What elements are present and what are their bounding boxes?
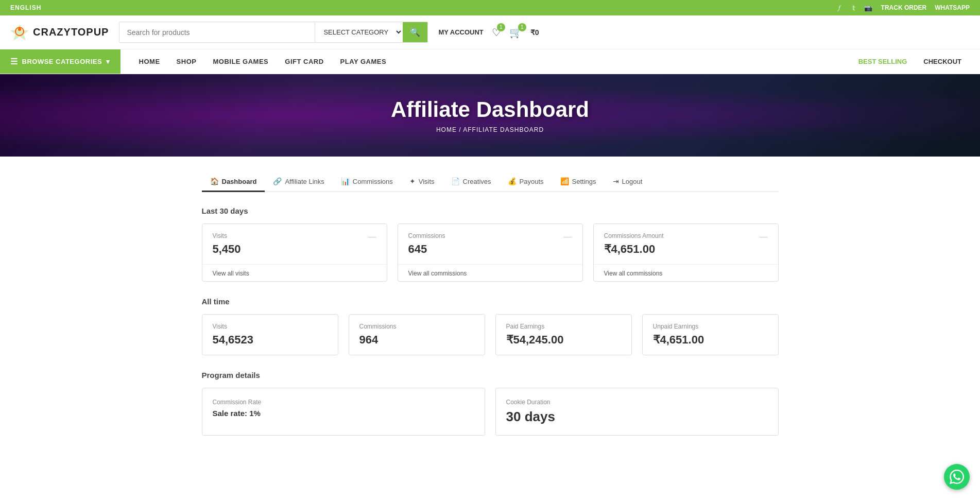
program-details-label: Program details bbox=[202, 371, 779, 380]
nav-links: HOME SHOP MOBILE GAMES GIFT CARD PLAY GA… bbox=[121, 50, 850, 73]
tab-payouts-label: Payouts bbox=[520, 178, 544, 185]
hamburger-icon: ☰ bbox=[10, 57, 18, 66]
top-bar: ENGLISH 𝑓 𝕥 📷 TRACK ORDER WHATSAPP bbox=[0, 0, 980, 15]
visits-icon: ✦ bbox=[409, 177, 416, 185]
checkout-link[interactable]: CHECKOUT bbox=[915, 50, 970, 73]
top-bar-right: 𝑓 𝕥 📷 TRACK ORDER WHATSAPP bbox=[835, 3, 970, 12]
commissions-footer: View all commissions bbox=[398, 264, 582, 281]
track-order-link[interactable]: TRACK ORDER bbox=[881, 4, 927, 11]
tab-affiliate-links[interactable]: 🔗 Affiliate Links bbox=[265, 172, 332, 192]
view-all-visits-link[interactable]: View all visits bbox=[213, 270, 249, 277]
alltime-visits-body: Visits 54,6523 bbox=[202, 315, 338, 355]
tab-commissions[interactable]: 📊 Commissions bbox=[333, 172, 401, 192]
tab-creatives[interactable]: 📄 Creatives bbox=[443, 172, 500, 192]
alltime-visits-label: Visits bbox=[213, 323, 254, 330]
breadcrumb-home[interactable]: HOME bbox=[436, 126, 457, 133]
tab-commissions-label: Commissions bbox=[353, 178, 393, 185]
breadcrumb-separator: / bbox=[459, 126, 461, 133]
hero-title: Affiliate Dashboard bbox=[391, 97, 589, 122]
alltime-paid-earnings-body: Paid Earnings ₹54,245.00 bbox=[496, 315, 631, 355]
instagram-icon[interactable]: 📷 bbox=[864, 3, 873, 12]
alltime-commissions-value: 964 bbox=[359, 333, 397, 347]
wishlist-badge: 1 bbox=[497, 23, 505, 31]
search-button[interactable]: 🔍 bbox=[403, 22, 427, 42]
commissions-amount-value: ₹4,651.00 bbox=[604, 243, 664, 256]
cart-badge: 1 bbox=[518, 23, 526, 31]
logo-text: CRAZYTOPUP bbox=[33, 26, 109, 38]
last30days-label: Last 30 days bbox=[202, 206, 779, 215]
alltime-unpaid-earnings-card: Unpaid Earnings ₹4,651.00 bbox=[642, 314, 779, 355]
tab-payouts[interactable]: 💰 Payouts bbox=[500, 172, 552, 192]
cookie-duration-value: 30 days bbox=[506, 409, 768, 425]
tab-visits-label: Visits bbox=[419, 178, 435, 185]
header-right: MY ACCOUNT ♡ 1 🛒 1 ₹0 bbox=[438, 26, 539, 39]
browse-categories-button[interactable]: ☰ BROWSE CATEGORIES ▾ bbox=[0, 49, 121, 74]
nav-bar: ☰ BROWSE CATEGORIES ▾ HOME SHOP MOBILE G… bbox=[0, 49, 980, 74]
view-all-commissions-link[interactable]: View all commissions bbox=[408, 270, 467, 277]
main-content: 🏠 Dashboard 🔗 Affiliate Links 📊 Commissi… bbox=[181, 157, 799, 451]
category-select[interactable]: SELECT CATEGORY bbox=[315, 22, 403, 42]
commissions-amount-icon: — bbox=[760, 232, 768, 242]
search-input[interactable] bbox=[119, 22, 315, 42]
commission-rate-value: Sale rate: 1% bbox=[213, 409, 474, 418]
tab-dashboard[interactable]: 🏠 Dashboard bbox=[202, 172, 265, 192]
alltime-unpaid-earnings-label: Unpaid Earnings bbox=[653, 323, 704, 330]
tab-dashboard-label: Dashboard bbox=[222, 178, 257, 185]
alltime-paid-earnings-label: Paid Earnings bbox=[506, 323, 564, 330]
visits-card-body: Visits 5,450 — bbox=[202, 224, 387, 264]
tab-settings-label: Settings bbox=[572, 178, 596, 185]
tab-logout-label: Logout bbox=[622, 178, 643, 185]
alltime-commissions-label: Commissions bbox=[359, 323, 397, 330]
alltime-unpaid-earnings-value: ₹4,651.00 bbox=[653, 333, 704, 347]
visits-footer: View all visits bbox=[202, 264, 387, 281]
browse-chevron-icon: ▾ bbox=[106, 58, 110, 65]
my-account-link[interactable]: MY ACCOUNT bbox=[438, 28, 483, 36]
nav-mobile-games[interactable]: MOBILE GAMES bbox=[204, 50, 277, 73]
commissions-amount-footer: View all commissions bbox=[594, 264, 778, 281]
tab-creatives-label: Creatives bbox=[463, 178, 491, 185]
browse-categories-label: BROWSE CATEGORIES bbox=[22, 58, 102, 65]
view-all-commissions-amount-link[interactable]: View all commissions bbox=[604, 270, 663, 277]
twitter-icon[interactable]: 𝕥 bbox=[849, 3, 858, 12]
commissions-label: Commissions bbox=[408, 232, 445, 239]
commissions-card-icon: — bbox=[564, 232, 572, 242]
dashboard-icon: 🏠 bbox=[210, 177, 219, 185]
social-icons: 𝑓 𝕥 📷 bbox=[835, 3, 873, 12]
nav-home[interactable]: HOME bbox=[131, 50, 168, 73]
nav-shop[interactable]: SHOP bbox=[168, 50, 205, 73]
language-label[interactable]: ENGLISH bbox=[10, 4, 41, 11]
logout-icon: ⇥ bbox=[613, 177, 619, 185]
nav-play-games[interactable]: PLAY GAMES bbox=[332, 50, 395, 73]
tab-visits[interactable]: ✦ Visits bbox=[401, 172, 443, 192]
tab-logout[interactable]: ⇥ Logout bbox=[605, 172, 651, 192]
wishlist-button[interactable]: ♡ 1 bbox=[492, 26, 501, 39]
cart-button[interactable]: 🛒 1 bbox=[509, 26, 522, 39]
tabs: 🏠 Dashboard 🔗 Affiliate Links 📊 Commissi… bbox=[202, 172, 779, 192]
visits-value: 5,450 bbox=[213, 243, 241, 256]
alltime-commissions-card: Commissions 964 bbox=[349, 314, 485, 355]
header: CRAZYTOPUP SELECT CATEGORY 🔍 MY ACCOUNT … bbox=[0, 15, 980, 49]
cookie-duration-label: Cookie Duration bbox=[506, 399, 768, 406]
alltime-unpaid-earnings-body: Unpaid Earnings ₹4,651.00 bbox=[643, 315, 778, 355]
commission-rate-card: Commission Rate Sale rate: 1% bbox=[202, 388, 485, 436]
best-selling-link[interactable]: BEST SELLING bbox=[850, 50, 916, 73]
alltime-stats: Visits 54,6523 Commissions 964 Paid Earn… bbox=[202, 314, 779, 355]
cookie-duration-card: Cookie Duration 30 days bbox=[495, 388, 779, 436]
alltime-paid-earnings-value: ₹54,245.00 bbox=[506, 333, 564, 347]
whatsapp-link[interactable]: WHATSAPP bbox=[935, 4, 970, 11]
affiliate-links-icon: 🔗 bbox=[273, 177, 282, 185]
commissions-amount-card-30: Commissions Amount ₹4,651.00 — View all … bbox=[593, 223, 779, 282]
nav-gift-card[interactable]: GIFT CARD bbox=[277, 50, 332, 73]
alltime-commissions-body: Commissions 964 bbox=[349, 315, 485, 355]
visits-card-icon: — bbox=[368, 232, 376, 242]
hero-breadcrumb: HOME / AFFILIATE DASHBOARD bbox=[436, 126, 544, 133]
payouts-icon: 💰 bbox=[508, 177, 517, 185]
alltime-paid-earnings-card: Paid Earnings ₹54,245.00 bbox=[495, 314, 632, 355]
facebook-icon[interactable]: 𝑓 bbox=[835, 3, 844, 12]
svg-point-2 bbox=[18, 28, 21, 31]
search-bar: SELECT CATEGORY 🔍 bbox=[119, 22, 428, 43]
last30days-stats: Visits 5,450 — View all visits Commissio… bbox=[202, 223, 779, 282]
logo-icon bbox=[10, 23, 29, 42]
logo[interactable]: CRAZYTOPUP bbox=[10, 23, 109, 42]
tab-settings[interactable]: 📶 Settings bbox=[552, 172, 605, 192]
